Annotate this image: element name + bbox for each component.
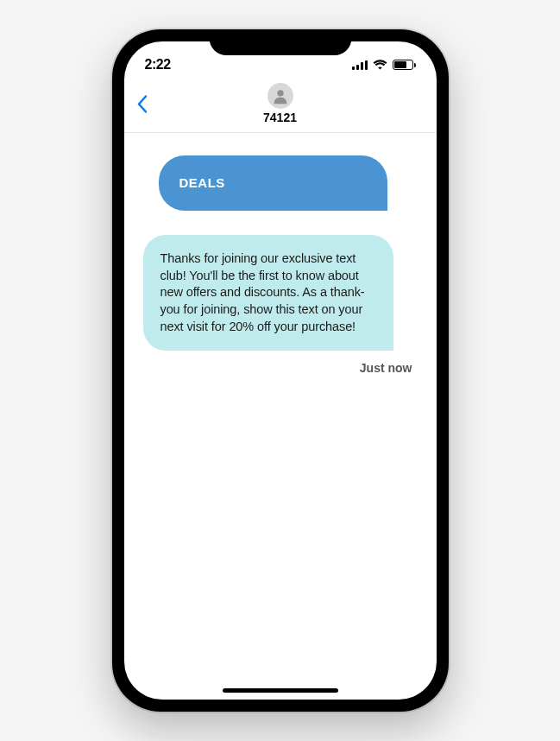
messages-list[interactable]: DEALS Thanks for joining our exclusive t… — [124, 133, 437, 700]
message-sent-bubble[interactable]: DEALS — [159, 155, 387, 211]
nav-header: 74121 — [124, 79, 437, 133]
home-indicator[interactable] — [223, 688, 338, 693]
cellular-icon — [352, 60, 368, 70]
phone-frame: 2:22 — [112, 29, 449, 712]
status-time: 2:22 — [145, 57, 171, 73]
status-indicators — [352, 60, 416, 70]
phone-screen: 2:22 — [124, 41, 437, 700]
contact-name[interactable]: 74121 — [263, 111, 297, 124]
avatar[interactable] — [267, 83, 293, 109]
wifi-icon — [373, 60, 387, 70]
message-timestamp: Just now — [143, 361, 418, 375]
message-sent-row: DEALS — [143, 155, 418, 211]
message-received-row: Thanks for joining our exclusive text cl… — [143, 235, 418, 351]
message-received-text: Thanks for joining our exclusive text cl… — [160, 251, 365, 332]
message-received-bubble[interactable]: Thanks for joining our exclusive text cl… — [143, 235, 393, 351]
phone-notch — [209, 29, 351, 55]
svg-point-0 — [277, 90, 283, 96]
battery-icon — [393, 60, 416, 70]
back-button[interactable] — [136, 92, 148, 119]
message-sent-text: DEALS — [179, 175, 225, 190]
